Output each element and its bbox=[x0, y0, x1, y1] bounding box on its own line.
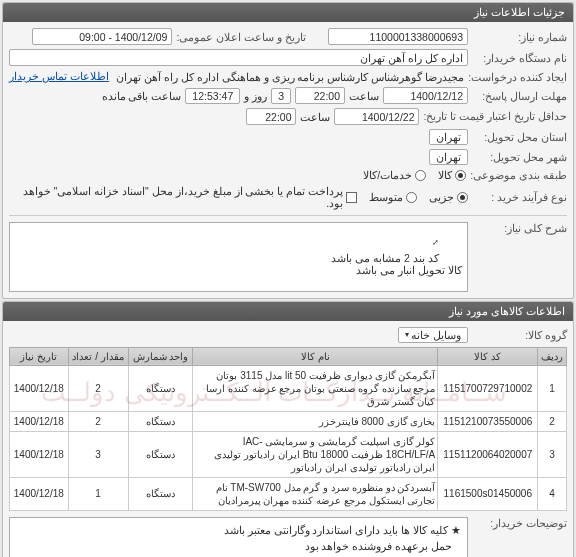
items-body: گروه کالا: وسایل خانه ▾ ســامــانه تــدا… bbox=[3, 321, 573, 558]
cell-name: بخاری گازی 8000 فاینترخزر bbox=[193, 411, 438, 431]
th-code[interactable]: کد کالا bbox=[438, 347, 538, 365]
cell-date: 1400/12/18 bbox=[10, 411, 69, 431]
table-row[interactable]: 31151120064020007کولر گازی اسپلیت گرمایش… bbox=[10, 431, 567, 477]
del-city-label: شهر محل تحویل: bbox=[472, 151, 567, 163]
cell-unit: دستگاه bbox=[128, 411, 193, 431]
cell-date: 1400/12/18 bbox=[10, 431, 69, 477]
desc-textarea[interactable]: ⤢ کد بند 2 مشابه می باشد کالا تحویل انبا… bbox=[9, 222, 468, 292]
cell-code: 1151120064020007 bbox=[438, 431, 538, 477]
need-number-field: 1100001338000693 bbox=[328, 28, 468, 45]
table-row[interactable]: 21151210073550006بخاری گازی 8000 فاینترخ… bbox=[10, 411, 567, 431]
cell-qty: 2 bbox=[68, 365, 128, 411]
cell-unit: دستگاه bbox=[128, 365, 193, 411]
cell-unit: دستگاه bbox=[128, 477, 193, 510]
chevron-down-icon: ▾ bbox=[405, 330, 409, 339]
deadline-label: مهلت ارسال پاسخ: bbox=[472, 90, 567, 102]
remaining-suffix: ساعت باقی مانده bbox=[102, 90, 182, 102]
requester-label: ایجاد کننده درخواست: bbox=[468, 71, 567, 83]
cell-code: 1151700729710002 bbox=[438, 365, 538, 411]
items-panel: اطلاعات کالاهای مورد نیاز گروه کالا: وسا… bbox=[2, 301, 574, 558]
table-row[interactable]: 11151700729710002آبگرمکن گازی دیواری ظرف… bbox=[10, 365, 567, 411]
cell-name: آبگرمکن گازی دیواری ظرفیت 50 lit مدل 311… bbox=[193, 365, 438, 411]
th-name[interactable]: نام کالا bbox=[193, 347, 438, 365]
items-header: اطلاعات کالاهای مورد نیاز bbox=[3, 302, 573, 321]
category-services-radio[interactable]: خدمات/کالا bbox=[363, 169, 426, 181]
contact-link[interactable]: اطلاعات تماس خریدار bbox=[9, 70, 109, 83]
pt-small-radio[interactable]: جزیی bbox=[429, 191, 468, 203]
cell-name: کولر گازی اسپلیت گرمایشی و سرمایشی IAC-1… bbox=[193, 431, 438, 477]
th-row[interactable]: ردیف bbox=[538, 347, 567, 365]
items-table: ردیف کد کالا نام کالا واحد شمارش مقدار /… bbox=[9, 347, 567, 511]
need-info-header: جزئیات اطلاعات نیاز bbox=[3, 3, 573, 22]
req-city-chip: تهران bbox=[429, 129, 468, 145]
announce-label: تاریخ و ساعت اعلان عمومی: bbox=[176, 31, 306, 43]
cell-date: 1400/12/18 bbox=[10, 477, 69, 510]
remaining-time-chip: 12:53:47 bbox=[185, 88, 240, 104]
category-goods-radio[interactable]: کالا bbox=[438, 169, 466, 181]
deadline-date-field: 1400/12/12 bbox=[383, 87, 468, 104]
pt-medium-radio[interactable]: متوسط bbox=[369, 191, 417, 203]
cell-qty: 3 bbox=[68, 431, 128, 477]
buyer-org-field: اداره کل راه آهن تهران bbox=[9, 49, 468, 66]
th-date[interactable]: تاریخ نیاز bbox=[10, 347, 69, 365]
announce-field: 1400/12/09 - 09:00 bbox=[32, 28, 172, 45]
cell-code: 1161500s01450006 bbox=[438, 477, 538, 510]
cell-code: 1151210073550006 bbox=[438, 411, 538, 431]
requester-value: مجیدرضا گوهرشناس کارشناس برنامه ریزی و ه… bbox=[113, 71, 464, 83]
checkbox-icon bbox=[346, 192, 357, 203]
buyer-org-label: نام دستگاه خریدار: bbox=[472, 52, 567, 64]
th-unit[interactable]: واحد شمارش bbox=[128, 347, 193, 365]
cell-qty: 1 bbox=[68, 477, 128, 510]
valid-date-field: 1400/12/22 bbox=[334, 108, 419, 125]
radio-dot-icon bbox=[457, 192, 468, 203]
del-city-chip: تهران bbox=[429, 149, 468, 165]
valid-time-field: 22:00 bbox=[246, 108, 296, 125]
table-row[interactable]: 41161500s01450006آبسردکن دو منظوره سرد و… bbox=[10, 477, 567, 510]
buyer-notes-label: توضیحات خریدار: bbox=[472, 517, 567, 529]
req-city-label: استان محل تحویل: bbox=[472, 131, 567, 143]
purchase-type-label: نوع فرآیند خرید : bbox=[472, 191, 567, 203]
deadline-time-field: 22:00 bbox=[295, 87, 345, 104]
day-word: روز و bbox=[244, 90, 267, 102]
cell-idx: 3 bbox=[538, 431, 567, 477]
cell-idx: 2 bbox=[538, 411, 567, 431]
radio-dot-icon bbox=[455, 170, 466, 181]
cell-unit: دستگاه bbox=[128, 431, 193, 477]
valid-label: حداقل تاریخ اعتبار قیمت تا تاریخ: bbox=[423, 110, 567, 123]
group-label: گروه کالا: bbox=[472, 329, 567, 341]
desc-label: شرح کلی نیاز: bbox=[472, 222, 567, 234]
need-info-panel: جزئیات اطلاعات نیاز شماره نیاز: 11000013… bbox=[2, 2, 574, 299]
note-line: حمل برعهده فروشنده خواهد بود bbox=[16, 538, 461, 555]
expand-icon[interactable]: ⤢ bbox=[432, 238, 439, 247]
cell-idx: 1 bbox=[538, 365, 567, 411]
desc-text: کد بند 2 مشابه می باشد کالا تحویل انبار … bbox=[331, 252, 462, 276]
category-label: طبقه بندی موضوعی: bbox=[470, 169, 567, 181]
radio-dot-icon bbox=[406, 192, 417, 203]
hour-word-1: ساعت bbox=[349, 90, 379, 102]
need-number-label: شماره نیاز: bbox=[472, 31, 567, 43]
cell-name: آبسردکن دو منظوره سرد و گرم مدل TM-SW700… bbox=[193, 477, 438, 510]
cell-idx: 4 bbox=[538, 477, 567, 510]
cell-qty: 2 bbox=[68, 411, 128, 431]
remaining-days-chip: 3 bbox=[271, 88, 291, 104]
buyer-notes-box: ★ کلیه کالا ها باید دارای استاندارد وگار… bbox=[9, 517, 468, 558]
th-qty[interactable]: مقدار / تعداد bbox=[68, 347, 128, 365]
purchase-type-group: جزیی متوسط پرداخت تمام یا بخشی از مبلغ خ… bbox=[9, 185, 468, 209]
need-info-body: شماره نیاز: 1100001338000693 تاریخ و ساع… bbox=[3, 22, 573, 298]
hour-word-2: ساعت bbox=[300, 111, 330, 123]
table-header-row: ردیف کد کالا نام کالا واحد شمارش مقدار /… bbox=[10, 347, 567, 365]
pt-note-check[interactable]: پرداخت تمام یا بخشی از مبلغ خرید،از محل … bbox=[9, 185, 357, 209]
note-line: ★ کلیه کالا ها باید دارای استاندارد وگار… bbox=[16, 522, 461, 539]
category-radio-group: کالا خدمات/کالا bbox=[363, 169, 466, 181]
radio-dot-icon bbox=[415, 170, 426, 181]
group-chip[interactable]: وسایل خانه ▾ bbox=[398, 327, 468, 343]
cell-date: 1400/12/18 bbox=[10, 365, 69, 411]
